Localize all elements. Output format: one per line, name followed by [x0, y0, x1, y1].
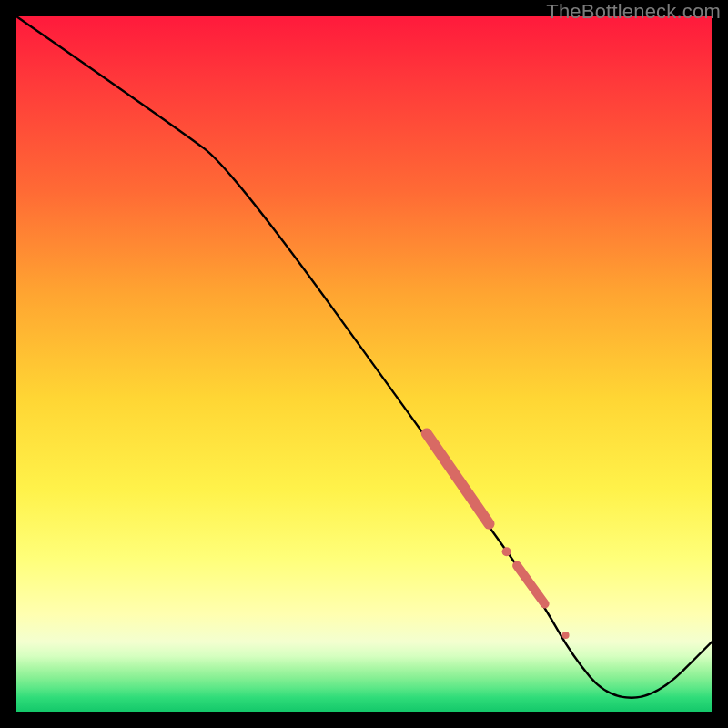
marker-segment — [427, 433, 490, 523]
marker-segment — [517, 566, 545, 604]
marker-dot — [562, 632, 570, 639]
curve-markers — [427, 433, 570, 639]
plot-area — [16, 16, 712, 712]
watermark-text: TheBottleneck.com — [546, 0, 721, 24]
chart-stage: TheBottleneck.com — [0, 0, 728, 728]
curve-layer — [16, 16, 712, 712]
marker-dot — [502, 547, 511, 556]
bottleneck-curve — [16, 16, 712, 698]
bottleneck-curve-path — [16, 16, 712, 698]
